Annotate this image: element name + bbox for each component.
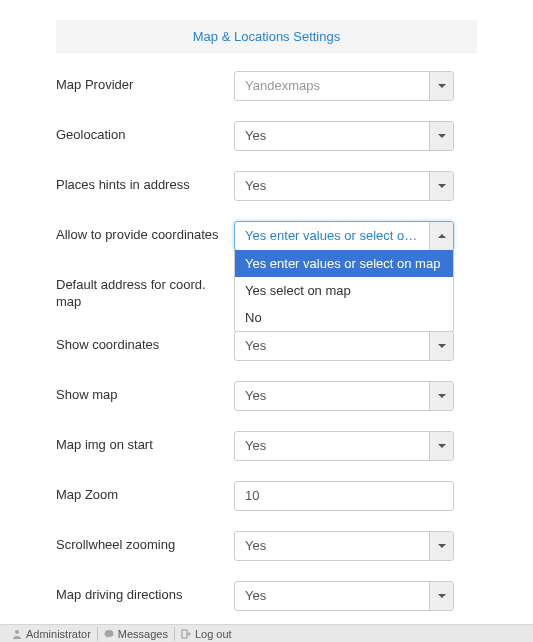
footer-label: Log out bbox=[195, 628, 232, 640]
logout-icon bbox=[181, 629, 191, 639]
chevron-down-icon bbox=[429, 382, 453, 410]
dropdown-map-img-start[interactable]: Yes bbox=[234, 431, 454, 461]
chevron-down-icon bbox=[429, 172, 453, 200]
input-map-zoom[interactable] bbox=[234, 481, 454, 511]
chevron-down-icon bbox=[429, 332, 453, 360]
label-geolocation: Geolocation bbox=[56, 121, 234, 144]
chevron-down-icon bbox=[429, 532, 453, 560]
footer-label: Administrator bbox=[26, 628, 91, 640]
dropdown-option[interactable]: Yes select on map bbox=[235, 277, 453, 304]
dropdown-places-hints[interactable]: Yes bbox=[234, 171, 454, 201]
label-map-zoom: Map Zoom bbox=[56, 481, 234, 504]
chevron-down-icon bbox=[429, 72, 453, 100]
dropdown-geolocation[interactable]: Yes bbox=[234, 121, 454, 151]
dropdown-menu-allow-coords: Yes enter values or select on map Yes se… bbox=[234, 250, 454, 332]
dropdown-value: Yes enter values or select on … bbox=[235, 222, 429, 250]
dropdown-value: Yes bbox=[235, 172, 429, 200]
label-show-coords: Show coordinates bbox=[56, 331, 234, 354]
dropdown-value: Yes bbox=[235, 332, 429, 360]
dropdown-value: Yes bbox=[235, 382, 429, 410]
dropdown-scrollwheel[interactable]: Yes bbox=[234, 531, 454, 561]
dropdown-value: Yes bbox=[235, 122, 429, 150]
footer-bar: Administrator Messages Log out bbox=[0, 624, 533, 642]
dropdown-value: Yes bbox=[235, 582, 429, 610]
dropdown-show-map[interactable]: Yes bbox=[234, 381, 454, 411]
footer-administrator[interactable]: Administrator bbox=[6, 627, 98, 641]
dropdown-show-coords[interactable]: Yes bbox=[234, 331, 454, 361]
label-map-img-start: Map img on start bbox=[56, 431, 234, 454]
svg-point-1 bbox=[104, 630, 113, 637]
footer-label: Messages bbox=[118, 628, 168, 640]
dropdown-option[interactable]: Yes enter values or select on map bbox=[235, 250, 453, 277]
label-allow-coords: Allow to provide coordinates bbox=[56, 221, 234, 244]
label-driving: Map driving directions bbox=[56, 581, 234, 604]
footer-logout[interactable]: Log out bbox=[175, 627, 238, 641]
dropdown-allow-coords[interactable]: Yes enter values or select on … bbox=[234, 221, 454, 251]
label-default-address: Default address for coord. map bbox=[56, 271, 234, 311]
label-places-hints: Places hints in address bbox=[56, 171, 234, 194]
dropdown-value: Yes bbox=[235, 532, 429, 560]
chevron-down-icon bbox=[429, 122, 453, 150]
dropdown-driving[interactable]: Yes bbox=[234, 581, 454, 611]
label-show-map: Show map bbox=[56, 381, 234, 404]
chevron-up-icon bbox=[429, 222, 453, 250]
section-title: Map & Locations Settings bbox=[193, 29, 340, 44]
dropdown-option[interactable]: No bbox=[235, 304, 453, 331]
label-scrollwheel: Scrollwheel zooming bbox=[56, 531, 234, 554]
user-icon bbox=[12, 629, 22, 639]
footer-messages[interactable]: Messages bbox=[98, 627, 175, 641]
chevron-down-icon bbox=[429, 582, 453, 610]
svg-point-0 bbox=[15, 630, 19, 634]
chevron-down-icon bbox=[429, 432, 453, 460]
dropdown-value: Yes bbox=[235, 432, 429, 460]
dropdown-value: Yandexmaps bbox=[235, 72, 429, 100]
dropdown-map-provider[interactable]: Yandexmaps bbox=[234, 71, 454, 101]
label-map-provider: Map Provider bbox=[56, 71, 234, 94]
bubble-icon bbox=[104, 629, 114, 639]
section-header: Map & Locations Settings bbox=[56, 20, 477, 53]
